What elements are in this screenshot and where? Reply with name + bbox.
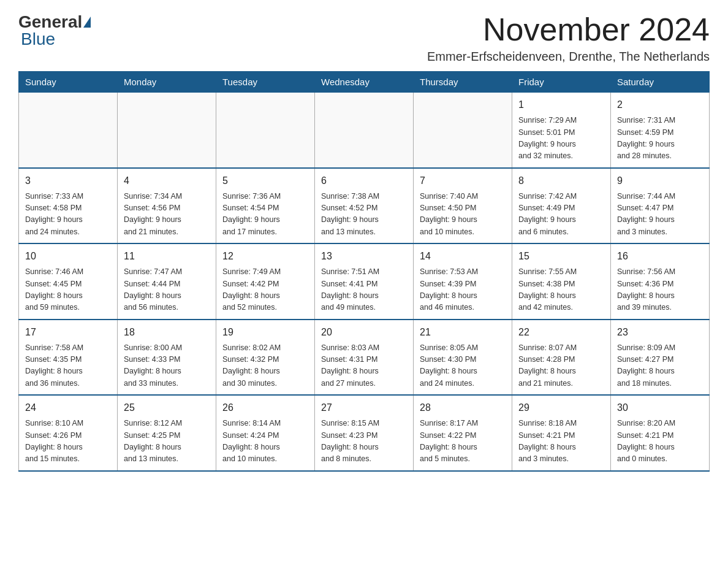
day-number: 12 bbox=[222, 249, 308, 264]
logo-blue-text: Blue bbox=[21, 29, 55, 48]
day-info: Sunrise: 7:38 AM Sunset: 4:52 PM Dayligh… bbox=[321, 191, 407, 239]
month-title: November 2024 bbox=[427, 12, 710, 47]
calendar-cell bbox=[19, 93, 118, 168]
day-number: 14 bbox=[420, 249, 506, 264]
day-number: 2 bbox=[617, 98, 703, 112]
day-info: Sunrise: 7:46 AM Sunset: 4:45 PM Dayligh… bbox=[25, 266, 111, 314]
calendar-cell: 23Sunrise: 8:09 AM Sunset: 4:27 PM Dayli… bbox=[611, 320, 710, 396]
day-info: Sunrise: 7:33 AM Sunset: 4:58 PM Dayligh… bbox=[25, 191, 111, 239]
day-number: 28 bbox=[420, 400, 506, 415]
day-info: Sunrise: 8:15 AM Sunset: 4:23 PM Dayligh… bbox=[321, 418, 407, 465]
calendar-cell bbox=[118, 93, 216, 168]
day-number: 3 bbox=[25, 174, 111, 188]
day-info: Sunrise: 8:07 AM Sunset: 4:28 PM Dayligh… bbox=[518, 342, 604, 390]
calendar-cell: 22Sunrise: 8:07 AM Sunset: 4:28 PM Dayli… bbox=[512, 320, 611, 396]
calendar-cell: 25Sunrise: 8:12 AM Sunset: 4:25 PM Dayli… bbox=[118, 395, 216, 471]
day-number: 17 bbox=[25, 325, 111, 340]
day-info: Sunrise: 8:17 AM Sunset: 4:22 PM Dayligh… bbox=[420, 418, 506, 465]
day-info: Sunrise: 7:29 AM Sunset: 5:01 PM Dayligh… bbox=[518, 115, 604, 163]
day-number: 15 bbox=[518, 249, 604, 264]
day-number: 26 bbox=[222, 400, 308, 415]
day-number: 24 bbox=[25, 400, 111, 415]
day-info: Sunrise: 8:09 AM Sunset: 4:27 PM Dayligh… bbox=[617, 342, 703, 390]
day-info: Sunrise: 8:05 AM Sunset: 4:30 PM Dayligh… bbox=[420, 342, 506, 390]
day-number: 23 bbox=[617, 325, 703, 340]
calendar-cell: 21Sunrise: 8:05 AM Sunset: 4:30 PM Dayli… bbox=[414, 320, 512, 396]
day-number: 21 bbox=[420, 325, 506, 340]
calendar-cell: 27Sunrise: 8:15 AM Sunset: 4:23 PM Dayli… bbox=[315, 395, 414, 471]
day-info: Sunrise: 7:53 AM Sunset: 4:39 PM Dayligh… bbox=[420, 266, 506, 314]
day-info: Sunrise: 8:18 AM Sunset: 4:21 PM Dayligh… bbox=[518, 418, 604, 465]
day-info: Sunrise: 7:56 AM Sunset: 4:36 PM Dayligh… bbox=[617, 266, 703, 314]
day-info: Sunrise: 8:10 AM Sunset: 4:26 PM Dayligh… bbox=[25, 418, 111, 465]
calendar-week-row: 17Sunrise: 7:58 AM Sunset: 4:35 PM Dayli… bbox=[19, 320, 710, 396]
day-number: 20 bbox=[321, 325, 407, 340]
logo: General Blue bbox=[18, 12, 92, 49]
calendar-table: SundayMondayTuesdayWednesdayThursdayFrid… bbox=[18, 71, 710, 472]
day-info: Sunrise: 7:44 AM Sunset: 4:47 PM Dayligh… bbox=[617, 191, 703, 239]
day-number: 18 bbox=[124, 325, 210, 340]
calendar-cell: 29Sunrise: 8:18 AM Sunset: 4:21 PM Dayli… bbox=[512, 395, 611, 471]
day-of-week-header: Sunday bbox=[19, 72, 118, 93]
calendar-week-row: 24Sunrise: 8:10 AM Sunset: 4:26 PM Dayli… bbox=[19, 395, 710, 471]
day-number: 6 bbox=[321, 174, 407, 188]
day-info: Sunrise: 8:02 AM Sunset: 4:32 PM Dayligh… bbox=[222, 342, 308, 390]
title-block: November 2024 Emmer-Erfscheidenveen, Dre… bbox=[427, 12, 710, 64]
day-info: Sunrise: 7:36 AM Sunset: 4:54 PM Dayligh… bbox=[222, 191, 308, 239]
day-info: Sunrise: 7:51 AM Sunset: 4:41 PM Dayligh… bbox=[321, 266, 407, 314]
calendar-cell: 7Sunrise: 7:40 AM Sunset: 4:50 PM Daylig… bbox=[414, 168, 512, 244]
day-number: 16 bbox=[617, 249, 703, 264]
calendar-cell: 30Sunrise: 8:20 AM Sunset: 4:21 PM Dayli… bbox=[611, 395, 710, 471]
day-of-week-header: Thursday bbox=[414, 72, 512, 93]
day-info: Sunrise: 7:40 AM Sunset: 4:50 PM Dayligh… bbox=[420, 191, 506, 239]
calendar-cell: 20Sunrise: 8:03 AM Sunset: 4:31 PM Dayli… bbox=[315, 320, 414, 396]
calendar-cell: 17Sunrise: 7:58 AM Sunset: 4:35 PM Dayli… bbox=[19, 320, 118, 396]
calendar-cell bbox=[315, 93, 414, 168]
day-number: 27 bbox=[321, 400, 407, 415]
calendar-cell: 3Sunrise: 7:33 AM Sunset: 4:58 PM Daylig… bbox=[19, 168, 118, 244]
day-info: Sunrise: 7:34 AM Sunset: 4:56 PM Dayligh… bbox=[124, 191, 210, 239]
calendar-cell: 24Sunrise: 8:10 AM Sunset: 4:26 PM Dayli… bbox=[19, 395, 118, 471]
calendar-week-row: 1Sunrise: 7:29 AM Sunset: 5:01 PM Daylig… bbox=[19, 93, 710, 168]
calendar-cell: 13Sunrise: 7:51 AM Sunset: 4:41 PM Dayli… bbox=[315, 243, 414, 320]
day-number: 11 bbox=[124, 249, 210, 264]
day-info: Sunrise: 7:42 AM Sunset: 4:49 PM Dayligh… bbox=[518, 191, 604, 239]
calendar-cell: 8Sunrise: 7:42 AM Sunset: 4:49 PM Daylig… bbox=[512, 168, 611, 244]
calendar-cell: 6Sunrise: 7:38 AM Sunset: 4:52 PM Daylig… bbox=[315, 168, 414, 244]
calendar-cell: 19Sunrise: 8:02 AM Sunset: 4:32 PM Dayli… bbox=[216, 320, 315, 396]
calendar-week-row: 3Sunrise: 7:33 AM Sunset: 4:58 PM Daylig… bbox=[19, 168, 710, 244]
calendar-cell bbox=[216, 93, 315, 168]
day-info: Sunrise: 7:31 AM Sunset: 4:59 PM Dayligh… bbox=[617, 115, 703, 163]
calendar-cell: 1Sunrise: 7:29 AM Sunset: 5:01 PM Daylig… bbox=[512, 93, 611, 168]
day-number: 4 bbox=[124, 174, 210, 188]
day-number: 1 bbox=[518, 98, 604, 112]
day-number: 19 bbox=[222, 325, 308, 340]
logo-arrow-icon bbox=[83, 17, 91, 28]
calendar-cell: 26Sunrise: 8:14 AM Sunset: 4:24 PM Dayli… bbox=[216, 395, 315, 471]
calendar-cell: 4Sunrise: 7:34 AM Sunset: 4:56 PM Daylig… bbox=[118, 168, 216, 244]
calendar-cell: 12Sunrise: 7:49 AM Sunset: 4:42 PM Dayli… bbox=[216, 243, 315, 320]
day-number: 9 bbox=[617, 174, 703, 188]
day-number: 25 bbox=[124, 400, 210, 415]
day-of-week-header: Friday bbox=[512, 72, 611, 93]
day-info: Sunrise: 8:12 AM Sunset: 4:25 PM Dayligh… bbox=[124, 418, 210, 465]
day-info: Sunrise: 8:03 AM Sunset: 4:31 PM Dayligh… bbox=[321, 342, 407, 390]
day-info: Sunrise: 8:20 AM Sunset: 4:21 PM Dayligh… bbox=[617, 418, 703, 465]
day-number: 22 bbox=[518, 325, 604, 340]
calendar-cell: 2Sunrise: 7:31 AM Sunset: 4:59 PM Daylig… bbox=[611, 93, 710, 168]
day-of-week-header: Wednesday bbox=[315, 72, 414, 93]
calendar-cell: 11Sunrise: 7:47 AM Sunset: 4:44 PM Dayli… bbox=[118, 243, 216, 320]
day-number: 10 bbox=[25, 249, 111, 264]
day-info: Sunrise: 8:14 AM Sunset: 4:24 PM Dayligh… bbox=[222, 418, 308, 465]
day-info: Sunrise: 7:55 AM Sunset: 4:38 PM Dayligh… bbox=[518, 266, 604, 314]
calendar-week-row: 10Sunrise: 7:46 AM Sunset: 4:45 PM Dayli… bbox=[19, 243, 710, 320]
day-of-week-header: Monday bbox=[118, 72, 216, 93]
calendar-header-row: SundayMondayTuesdayWednesdayThursdayFrid… bbox=[19, 72, 710, 93]
day-number: 5 bbox=[222, 174, 308, 188]
calendar-cell: 9Sunrise: 7:44 AM Sunset: 4:47 PM Daylig… bbox=[611, 168, 710, 244]
day-of-week-header: Tuesday bbox=[216, 72, 315, 93]
day-number: 30 bbox=[617, 400, 703, 415]
day-info: Sunrise: 7:58 AM Sunset: 4:35 PM Dayligh… bbox=[25, 342, 111, 390]
day-number: 13 bbox=[321, 249, 407, 264]
calendar-cell: 18Sunrise: 8:00 AM Sunset: 4:33 PM Dayli… bbox=[118, 320, 216, 396]
